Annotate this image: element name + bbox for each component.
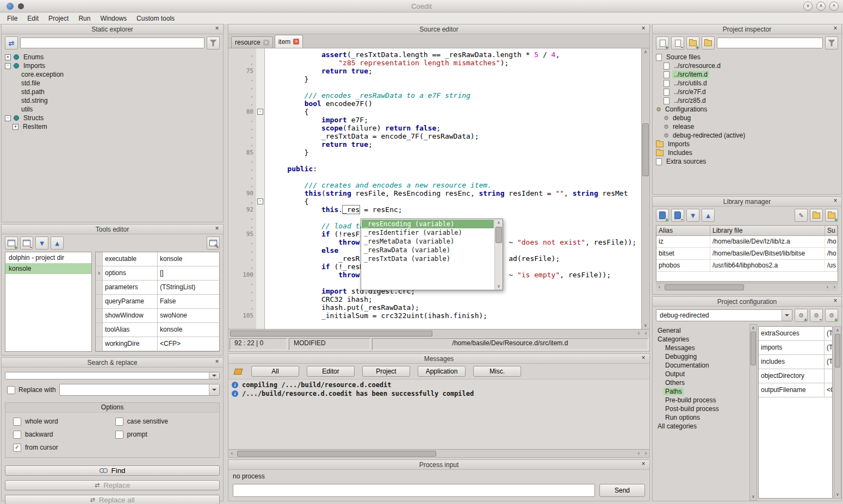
tree-item-extra-sources[interactable]: Extra sources (653, 157, 841, 166)
clone-configuration-button[interactable]: + (825, 309, 838, 322)
code-line[interactable]: assert(_resTxtData.length == _resRawData… (270, 51, 641, 59)
replace-with-checkbox[interactable] (7, 386, 15, 394)
column-header-alias[interactable]: Alias (656, 226, 710, 235)
tree-item-imports[interactable]: Imports (653, 140, 841, 148)
panel-close-icon[interactable]: × (640, 354, 647, 363)
checkbox-box[interactable] (13, 418, 21, 426)
expander-icon[interactable]: + (13, 124, 18, 130)
tree-item-src-utils-d[interactable]: ../src/utils.d (653, 79, 841, 88)
tree-item-run-options[interactable]: Run options (653, 413, 749, 422)
app-paw-icon[interactable] (7, 3, 14, 10)
property-row[interactable]: ›options[] (96, 266, 219, 281)
find-button[interactable]: Find (5, 465, 220, 476)
code-line[interactable]: return true; (270, 140, 641, 148)
scrollbar-thumb[interactable] (495, 227, 502, 243)
code-line[interactable]: { (270, 197, 641, 206)
panel-close-icon[interactable]: × (832, 197, 839, 206)
code-line[interactable]: _resTxtData = encode_7F(_resRawData); (270, 132, 641, 140)
inspector-filter-input[interactable] (717, 38, 823, 48)
fold-collapse-icon[interactable]: - (257, 109, 263, 115)
scroll-down-icon[interactable]: ∨ (644, 322, 647, 329)
code-line[interactable] (270, 157, 641, 165)
tree-item-std-file[interactable]: std.file (2, 79, 223, 88)
menu-run[interactable]: Run (73, 14, 95, 23)
property-value[interactable]: (T (825, 327, 832, 340)
completion-item[interactable]: _resEncoding (variable) (362, 220, 494, 228)
tree-item-general[interactable]: General (653, 326, 749, 335)
property-row[interactable]: executablekonsole (96, 252, 219, 266)
replace-term-combo[interactable] (59, 384, 220, 396)
property-value[interactable] (825, 369, 832, 383)
property-row[interactable]: imports(T (759, 341, 832, 355)
scrollbar-thumb[interactable] (751, 332, 756, 365)
remove-source-button[interactable]: - (671, 36, 684, 49)
tree-item-includes[interactable]: Includes (653, 148, 841, 157)
code-line[interactable]: /// encodes _resRawData to a e7F string (270, 91, 641, 99)
combo-dropdown-button[interactable] (209, 372, 219, 379)
edit-library-button[interactable] (795, 209, 808, 222)
tree-item-output[interactable]: Output (653, 370, 749, 378)
menu-edit[interactable]: Edit (22, 14, 44, 23)
property-value[interactable]: swoNone (158, 309, 219, 322)
tree-item-debug[interactable]: debug (653, 114, 841, 122)
property-value[interactable]: [] (158, 266, 219, 280)
process-input-field[interactable] (233, 484, 595, 497)
search-term-combo[interactable] (5, 372, 220, 379)
tool-item-konsole[interactable]: konsole (5, 263, 91, 274)
menu-custom-tools[interactable]: Custom tools (132, 14, 179, 23)
shade-button[interactable]: ∨ (803, 2, 813, 11)
tree-item-configurations[interactable]: Configurations (653, 105, 841, 114)
checkbox-from-cursor[interactable]: ✓from cursor (13, 441, 115, 454)
move-library-up-button[interactable] (702, 209, 715, 222)
filter-project-button[interactable]: Project (362, 366, 410, 377)
checkbox-box[interactable] (115, 418, 123, 426)
close-button[interactable]: × (829, 2, 839, 11)
tab-item[interactable]: item× (275, 35, 303, 48)
delete-configuration-button[interactable]: - (810, 309, 823, 322)
property-row[interactable]: workingDire<CFP> (96, 337, 219, 351)
checkbox-case-sensitive[interactable]: case sensitive (115, 415, 218, 428)
property-value[interactable]: <CFP> (158, 337, 219, 351)
edit-tool-button[interactable] (207, 237, 220, 250)
library-horizontal-scrollbar[interactable]: ‹ ‹ › (656, 283, 838, 291)
tree-item-src-item-d[interactable]: ../src/item.d (653, 70, 841, 79)
tree-item-source-files[interactable]: Source files (653, 53, 841, 61)
scroll-left-icon[interactable]: ‹ (635, 450, 642, 457)
property-value[interactable]: (T (825, 355, 832, 369)
tree-item-paths[interactable]: Paths (653, 387, 749, 396)
property-value[interactable]: (T (825, 341, 832, 354)
add-configuration-button[interactable]: + (795, 309, 808, 322)
code-line[interactable]: { (270, 108, 641, 116)
combo-dropdown-button[interactable] (782, 310, 792, 321)
scrollbar-thumb[interactable] (665, 284, 744, 290)
expander-icon[interactable]: - (5, 115, 11, 121)
code-line[interactable]: _initialSum = crc322uint(ihash.finish); (270, 312, 641, 320)
add-source-button[interactable]: + (656, 36, 669, 49)
panel-close-icon[interactable]: × (640, 24, 647, 33)
add-library-button[interactable]: + (656, 209, 669, 222)
replace-all-button[interactable]: Replace all (5, 495, 220, 504)
filter-all-button[interactable]: All (251, 366, 299, 377)
fold-collapse-icon[interactable]: - (257, 198, 263, 204)
tree-item-src-e7f-d[interactable]: ../src/e7F.d (653, 88, 841, 96)
editor-horizontal-scrollbar[interactable]: ‹ › (228, 329, 649, 337)
filter-button[interactable] (825, 36, 838, 49)
scrollbar-thumb[interactable] (237, 451, 436, 457)
add-tool-button[interactable]: + (5, 237, 18, 250)
scrollbar-thumb[interactable] (230, 331, 432, 337)
scroll-right-icon[interactable]: › (642, 450, 649, 457)
completion-item[interactable]: _resRawData (variable) (362, 246, 494, 254)
tab-resource[interactable]: resource× (231, 36, 273, 48)
move-library-down-button[interactable] (686, 209, 699, 222)
tree-item-all-categories[interactable]: All categories (653, 422, 749, 431)
scroll-down-icon[interactable]: ∨ (498, 283, 500, 290)
remove-library-button[interactable]: - (671, 209, 684, 222)
filter-editor-button[interactable]: Editor (307, 366, 355, 377)
library-row[interactable]: iz/home/basile/Dev/Iz/lib/iz.a/ho (656, 236, 838, 248)
property-row[interactable]: showWindowswoNone (96, 309, 219, 323)
tab-close-icon[interactable]: × (263, 40, 269, 46)
filter-button[interactable] (207, 36, 220, 49)
tool-item-dolphin-project-dir[interactable]: dolphin - project dir (5, 252, 91, 263)
property-row[interactable]: toolAliaskonsole (96, 323, 219, 337)
scroll-left-icon[interactable]: ‹ (824, 284, 831, 290)
